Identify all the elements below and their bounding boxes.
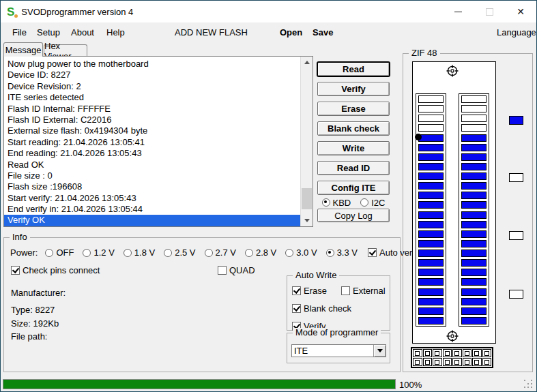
scroll-down-icon [304, 219, 310, 222]
radio-icon [245, 249, 253, 257]
pin-slot [461, 134, 487, 142]
connector-cell [452, 358, 462, 366]
power-option-1.8-v[interactable]: 1.8 V [124, 247, 155, 258]
log-line[interactable]: Flash ID Internal: FFFFFE [4, 104, 301, 115]
power-option-off[interactable]: OFF [45, 247, 74, 258]
mode-combobox[interactable]: ITE [291, 344, 386, 357]
log-line[interactable]: Flash size :196608 [4, 181, 301, 192]
aw-external-checkbox[interactable]: External [341, 286, 386, 296]
maximize-button[interactable] [474, 1, 505, 22]
log-line[interactable]: ITE series detected [4, 92, 301, 103]
power-label: Power: [10, 247, 38, 258]
menu-add-new-flash[interactable]: ADD NEW FLASH [175, 27, 248, 37]
power-option-2.8-v[interactable]: 2.8 V [245, 247, 276, 258]
mode-combobox-value: ITE [292, 345, 373, 357]
pin-slot [418, 240, 444, 247]
menu-language[interactable]: Language [497, 27, 536, 37]
log-line[interactable]: Flash ID External: C22016 [4, 115, 301, 125]
menu-about[interactable]: About [71, 27, 94, 37]
scroll-thumb[interactable] [302, 188, 312, 209]
log-line[interactable]: Device Revision: 2 [4, 81, 301, 92]
pin-slot [418, 105, 444, 112]
pin-slot [418, 201, 444, 209]
log-line[interactable]: External size flash: 0x4194304 byte [4, 125, 301, 136]
pin-slot [418, 211, 444, 219]
power-option-1.2-v[interactable]: 1.2 V [83, 247, 114, 258]
menu-file[interactable]: File [12, 27, 27, 37]
zif-indicator-white [509, 231, 523, 240]
window-title: SVODprogrammer version 4 [21, 7, 133, 17]
pin-slot [461, 221, 487, 228]
combo-dropdown-button[interactable] [373, 345, 386, 357]
aw-blank-check-icon [292, 304, 301, 313]
power-row: Power: OFF1.2 V1.8 V2.5 V2.7 V2.8 V3.0 V… [10, 247, 421, 258]
menu-setup[interactable]: Setup [37, 27, 60, 37]
config-ite-button[interactable]: Config ITE [317, 181, 390, 195]
pin-slot [418, 115, 444, 122]
log-line[interactable]: Verify OK [4, 215, 301, 226]
tab-message[interactable]: Message [3, 42, 43, 57]
power-option-label: 2.7 V [216, 247, 236, 258]
progress-bar [3, 379, 396, 389]
read-button[interactable]: Read [317, 62, 390, 76]
scroll-up-icon [304, 61, 310, 64]
pin-slot [418, 307, 444, 315]
progress-fill [3, 380, 395, 389]
pin-slot [461, 307, 487, 315]
pin-slot [418, 134, 444, 142]
menu-save[interactable]: Save [313, 27, 333, 37]
quad-checkbox[interactable]: QUAD [218, 265, 255, 275]
scroll-down-button[interactable] [301, 215, 313, 226]
log-line[interactable]: Device ID: 8227 [4, 70, 301, 80]
pin-slot [418, 144, 444, 151]
radio-kbd[interactable]: KBD [322, 198, 351, 208]
connector-cell [423, 358, 433, 366]
log-line[interactable]: End reading: 21.04.2026 13:05:43 [4, 148, 301, 159]
power-option-2.7-v[interactable]: 2.7 V [205, 247, 236, 258]
verify-button[interactable]: Verify [317, 82, 390, 96]
radio-i2c[interactable]: I2C [360, 198, 385, 208]
power-option-3.0-v[interactable]: 3.0 V [285, 247, 317, 258]
aw-erase-checkbox[interactable]: Erase [292, 286, 327, 296]
title-bar: S SVODprogrammer version 4 ✕ [1, 1, 536, 22]
pin-slot [418, 288, 444, 296]
pin-slot [461, 250, 487, 257]
log-line[interactable]: Read OK [4, 160, 301, 170]
pin-slot [461, 124, 487, 132]
pin-slot [461, 240, 487, 247]
read-id-button[interactable]: Read ID [317, 161, 390, 175]
window-controls: ✕ [442, 1, 536, 22]
log-line[interactable]: End verify in: 21.04.2026 13:05:44 [4, 204, 301, 215]
connector-cell [443, 358, 452, 366]
power-option-2.5-v[interactable]: 2.5 V [164, 247, 195, 258]
power-option-3.3-v[interactable]: 3.3 V [326, 247, 358, 258]
copy-log-button[interactable]: Copy Log [317, 209, 390, 222]
log-line[interactable]: Now plug power to the motherboard [4, 59, 301, 70]
menu-help[interactable]: Help [106, 27, 125, 37]
tab-hex-viewer[interactable]: Hex Viewer [44, 44, 87, 57]
close-button[interactable]: ✕ [505, 1, 536, 22]
connector-cell [423, 349, 433, 357]
pin-slot [418, 250, 444, 257]
log-line[interactable]: Start verify: 21.04.2026 13:05:43 [4, 193, 301, 204]
aw-blank-check-checkbox[interactable]: Blank check [292, 303, 351, 314]
write-button[interactable]: Write [317, 141, 390, 155]
info-groupbox: Info Power: OFF1.2 V1.8 V2.5 V2.7 V2.8 V… [3, 237, 401, 372]
size-label: Size: [11, 318, 31, 329]
check-pins-checkbox[interactable]: Check pins connect [11, 265, 100, 275]
log-scrollbar[interactable] [300, 57, 313, 226]
scroll-up-button[interactable] [301, 57, 313, 68]
log-line[interactable]: Start reading: 21.04.2026 13:05:41 [4, 137, 301, 148]
menu-open[interactable]: Open [280, 27, 302, 37]
quad-label: QUAD [229, 265, 255, 275]
blank-check-button[interactable]: Blank check [317, 121, 390, 136]
resize-grip-icon[interactable] [524, 380, 533, 389]
log-line[interactable]: File size : 0 [4, 170, 301, 181]
pin-slot [418, 317, 444, 325]
erase-button[interactable]: Erase [317, 102, 390, 116]
pin-slot [418, 269, 444, 276]
minimize-button[interactable] [442, 1, 474, 22]
log-lines: Now plug power to the motherboardDevice … [4, 57, 301, 226]
pin-slot [418, 230, 444, 238]
connector-cell [482, 349, 492, 357]
